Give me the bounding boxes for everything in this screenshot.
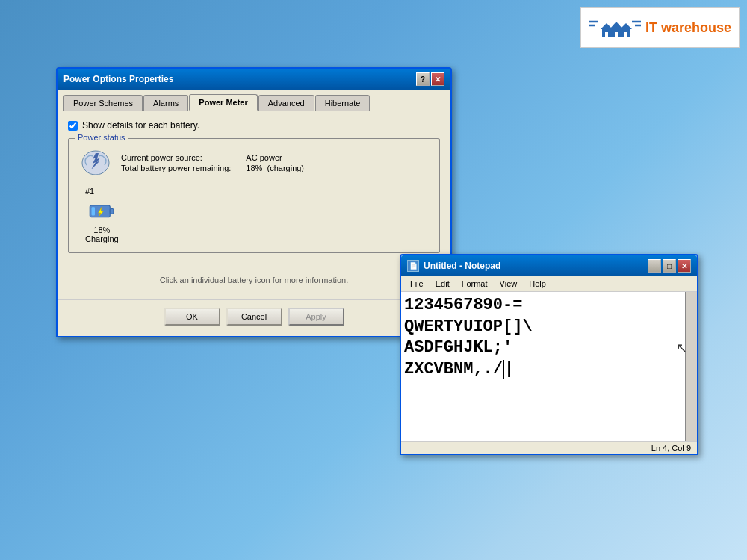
apply-button[interactable]: Apply [288,308,344,326]
show-details-checkbox[interactable] [68,121,78,131]
svg-rect-16 [111,209,114,214]
notepad-titlebar: 📄 Untitled - Notepad _ □ ✕ [401,255,697,276]
battery-section: #1 18% Charging [78,187,430,243]
cancel-button[interactable]: Cancel [226,308,282,326]
notepad-scrollbar[interactable] [685,292,697,441]
show-details-label: Show details for each battery. [82,120,199,131]
current-source-label: Current power source: [121,153,231,162]
notepad-menubar: File Edit Format View Help [401,276,697,292]
ok-button[interactable]: OK [164,308,220,326]
tab-hibernate[interactable]: Hibernate [315,95,371,111]
dialog-title: Power Options Properties [63,74,173,84]
power-status-row: Current power source: AC power Total bat… [78,148,430,178]
notepad-maximize-button[interactable]: □ [663,259,676,273]
power-source-icon [78,148,114,178]
battery-remaining-label: Total battery power remaining: [121,164,231,172]
show-details-row: Show details for each battery. [68,120,440,131]
notepad-controls: _ □ ✕ [648,259,691,273]
groupbox-label: Power status [75,133,128,142]
logo-houses-svg [589,13,641,43]
tab-alarms[interactable]: Alarms [143,95,188,111]
tab-power-meter[interactable]: Power Meter [189,94,257,111]
tabs-row: Power Schemes Alarms Power Meter Advance… [58,90,450,111]
logo-icon [589,13,641,43]
power-icon-svg [78,147,114,178]
dialog-content: Show details for each battery. Power sta… [58,111,450,299]
svg-marker-8 [620,23,632,29]
notepad-status-text: Ln 4, Col [651,444,684,452]
logo-text: IT warehouse [645,20,731,36]
notepad-app-icon: 📄 [407,260,419,272]
battery-status: Charging [85,234,119,243]
dialog-titlebar: Power Options Properties ? ✕ [58,69,450,90]
power-status-groupbox: Power status Current power source: [68,138,440,253]
power-options-dialog: Power Options Properties ? ✕ Power Schem… [56,67,452,337]
notepad-content[interactable]: 1234567890-= QWERTYUIOP[]\ ASDFGHJKL;' Z… [401,292,697,441]
notepad-text: 1234567890-= QWERTYUIOP[]\ ASDFGHJKL;' Z… [404,295,694,380]
svg-rect-4 [605,32,608,37]
current-source-value: AC power [246,153,304,162]
notepad-title: Untitled - Notepad [424,261,500,271]
logo-it: IT [645,20,657,35]
logo-warehouse: warehouse [657,20,731,35]
battery-percent: 18% [93,225,110,234]
svg-marker-5 [610,22,623,29]
menu-help[interactable]: Help [523,278,552,290]
notepad-line-3: ASDFGHJKL;' [404,337,694,359]
hint-text: Click an individual battery icon for mor… [68,276,440,284]
notepad-title-left: 📄 Untitled - Notepad [407,260,500,272]
notepad-minimize-button[interactable]: _ [648,259,661,273]
menu-view[interactable]: View [494,278,524,290]
notepad-statusbar: Ln 4, Col 9 [401,441,697,454]
battery-icon-svg [87,199,117,225]
notepad-line-2: QWERTYUIOP[]\ [404,317,694,338]
notepad-window: 📄 Untitled - Notepad _ □ ✕ File Edit For… [400,254,698,455]
notepad-line-4: ZXCVBNM,./| [404,359,694,381]
dialog-controls: ? ✕ [416,72,444,86]
power-info: Current power source: AC power Total bat… [121,153,304,172]
notepad-line-1: 1234567890-= [404,295,694,317]
tab-power-schemes[interactable]: Power Schemes [63,95,143,111]
dialog-buttons: OK Cancel Apply [58,299,450,336]
menu-format[interactable]: Format [456,278,494,290]
help-button[interactable]: ? [416,72,430,86]
menu-edit[interactable]: Edit [430,278,456,290]
svg-rect-10 [624,32,627,37]
menu-file[interactable]: File [404,278,430,290]
battery-item[interactable]: 18% Charging [85,199,119,243]
battery-number: #1 [85,187,94,196]
battery-remaining-value: 18% (charging) [246,164,304,172]
close-button[interactable]: ✕ [431,72,444,86]
svg-rect-17 [92,207,96,215]
notepad-close-button[interactable]: ✕ [678,259,691,273]
logo-container: IT warehouse [580,7,740,48]
svg-rect-7 [615,32,618,37]
tab-advanced[interactable]: Advanced [258,95,314,111]
